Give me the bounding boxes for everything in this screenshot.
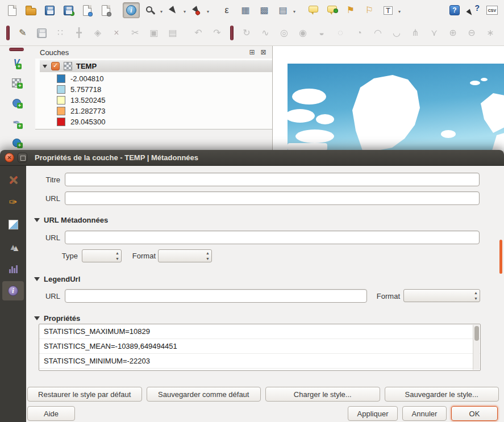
histogram-bar-icon [16,265,18,273]
add-postgis-layer-button[interactable]: + [8,95,25,111]
select-features-button[interactable] [165,2,182,18]
legend-label: 13.520245 [70,96,105,105]
new-bookmark-icon: ⚑ [347,6,355,15]
save-as-default-style-button[interactable]: Sauvegarder comme défaut [147,387,261,402]
map-canvas[interactable] [272,46,504,151]
raster-calculator-button[interactable]: ▩ [256,2,273,18]
title-input[interactable] [65,173,480,186]
tab-histogram[interactable] [2,259,24,278]
dialog-scrollbar-thumb[interactable] [499,240,502,274]
property-row[interactable]: STATISTICS_MINIMUM=-22203 [39,354,480,369]
new-bookmark-button[interactable]: ⚑ [342,2,359,18]
cancel-button[interactable]: Annuler [402,406,447,421]
tab-style[interactable]: ✑ [2,193,24,212]
add-wms-layer-button[interactable]: + [8,135,25,151]
property-row[interactable]: STATISTICS_MEAN=-10389,649494451 [39,339,480,354]
add-delimited-text-layer-button[interactable]: CSV [484,2,501,18]
new-annotation-button[interactable] [323,2,340,18]
save-project-button[interactable] [41,2,58,18]
section-legend-url[interactable]: LegendUrl [34,275,80,283]
save-style-button[interactable]: Sauvegarder le style... [385,387,499,402]
section-url-metadata[interactable]: URL Métadonnées [34,216,108,224]
add-spatialite-layer-button[interactable]: ✒+ [8,115,25,131]
map-tips-button[interactable] [305,2,322,18]
tab-general[interactable] [2,170,24,190]
properties-listbox[interactable]: STATISTICS_MAXIMUM=10829STATISTICS_MEAN=… [39,324,481,371]
expand-arrow-icon[interactable] [43,65,47,68]
add-raster-layer-icon: + [12,78,21,87]
plus-badge-icon: + [17,143,23,148]
histogram-bar-icon [11,266,13,273]
layer-visibility-checkbox[interactable] [51,62,60,70]
select-by-expression-button[interactable]: ε [218,2,235,18]
add-feature-button: ∷ [52,25,69,41]
section-url-metadata-label: URL Métadonnées [44,216,108,224]
load-style-button[interactable]: Charger le style... [265,387,380,402]
show-bookmarks-button[interactable]: ⚐ [361,2,378,18]
property-row[interactable]: STATISTICS_MAXIMUM=10829 [39,324,480,339]
split-parts-icon: ⋎ [431,28,438,37]
listbox-scrollbar-thumb[interactable] [474,326,479,341]
metadata-format-combo[interactable] [158,249,212,262]
merge-features-button: ⊕ [444,25,461,41]
toggle-editing-button[interactable]: ✎ [14,25,31,41]
help-button[interactable]: Aide [27,406,75,421]
section-properties-label: Propriétés [44,314,80,323]
listbox-scrollbar[interactable] [473,325,480,370]
restore-default-style-button[interactable]: Restaurer le style par défaut [27,387,142,402]
reshape-features-icon: ◠ [374,28,382,37]
whats-this-button[interactable]: ? [465,2,482,18]
add-wms-layer-icon: + [13,139,21,147]
close-panel-button[interactable] [259,48,268,57]
toolbar-handle[interactable] [230,26,234,40]
whats-this-icon: ? [467,5,480,16]
legend-item: 29.045300 [35,116,272,127]
legend-format-combo[interactable] [403,289,480,302]
float-panel-button[interactable] [248,48,256,57]
ok-button[interactable]: OK [451,406,498,421]
open-attribute-table-button[interactable]: ▦ [237,2,254,18]
legend-item: 21.282773 [35,106,272,116]
dialog-titlebar[interactable]: Propriétés de la couche - TEMP | Métadon… [0,150,504,166]
metadata-type-combo[interactable] [82,249,122,262]
help-contents-button[interactable]: ? [446,2,463,18]
legend-url-input[interactable] [65,289,367,303]
layer-row-temp[interactable]: TEMP [40,60,272,72]
open-project-button[interactable] [22,2,39,18]
delete-ring-icon: ◌ [338,28,343,37]
layers-panel-title: Couches [40,48,245,57]
text-annotation-button[interactable]: T [380,2,397,18]
add-raster-layer-button[interactable]: + [8,75,25,91]
cut-features-icon: ✂ [131,28,139,37]
url-label: URL [31,194,60,203]
metadata-url-label: URL [31,233,60,242]
plus-badge-icon: + [17,83,23,89]
new-print-composer-button[interactable] [78,2,95,18]
add-vector-layer-button[interactable]: V+ [8,55,25,71]
composer-manager-button[interactable] [97,2,114,18]
toolbar-separator [116,3,121,18]
save-project-as-button[interactable] [60,2,77,18]
metadata-url-input[interactable] [65,231,480,244]
url-input[interactable] [65,191,480,205]
section-properties[interactable]: Propriétés [34,314,80,323]
unmaximize-window-button[interactable] [18,153,27,162]
tab-transparency[interactable] [2,215,24,234]
tab-metadata[interactable]: i [2,281,24,300]
zoom-tool-button[interactable] [141,2,159,18]
save-project-icon [45,6,55,15]
paste-features-icon: ▤ [168,28,177,37]
deselect-features-button[interactable] [188,2,205,18]
offset-curve-button: ◡ [388,25,405,41]
close-window-button[interactable] [5,153,14,162]
tab-pyramids[interactable]: ▲ [2,237,24,256]
toolbar-handle[interactable] [6,26,10,40]
statistical-summary-button[interactable]: ▤ [274,2,291,18]
dialog-body: ✑▲i Titre URL URL Métadonnées URL Type F… [0,166,504,422]
new-project-button[interactable] [3,2,20,18]
statistical-summary-icon: ▤ [278,6,287,15]
plus-badge-icon: + [16,64,22,69]
identify-features-button[interactable]: i [123,2,140,18]
apply-button[interactable]: Appliquer [348,406,398,421]
toolbar-handle[interactable] [9,48,24,51]
